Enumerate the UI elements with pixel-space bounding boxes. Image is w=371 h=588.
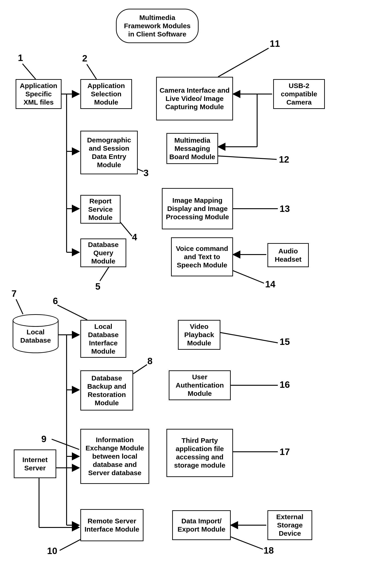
node-internet-server: Internet Server: [14, 450, 56, 478]
node-db-backup-module: Database Backup and Restoration Module: [80, 370, 133, 410]
node-app-specific-xml: Application Specific XML files: [16, 79, 62, 109]
node-app-selection-module: Application Selection Module: [80, 79, 132, 109]
svg-line-22: [100, 265, 110, 281]
ref-10: 10: [47, 546, 57, 556]
ref-15: 15: [280, 337, 290, 347]
node-info-exchange-module: Information Exchange Module between loca…: [80, 429, 149, 484]
svg-line-35: [227, 536, 263, 549]
node-report-service-module: Report Service Module: [80, 195, 120, 224]
ref-9: 9: [41, 434, 46, 444]
svg-line-32: [220, 333, 278, 343]
ref-14: 14: [265, 279, 275, 289]
node-image-mapping-module: Image Mapping Display and Image Processi…: [162, 188, 233, 229]
svg-line-26: [52, 439, 79, 450]
node-demographic-module: Demographic and Session Data Entry Modul…: [80, 131, 138, 174]
ref-3: 3: [143, 168, 149, 178]
node-multimedia-msg-module: Multimedia Messaging Board Module: [166, 133, 218, 164]
node-audio-headset: Audio Headset: [267, 243, 309, 267]
ref-5: 5: [95, 281, 100, 292]
node-user-auth-module: User Authentication Module: [169, 370, 231, 400]
ref-8: 8: [147, 356, 153, 366]
ref-6: 6: [53, 296, 58, 306]
node-third-party-module: Third Party application file accessing a…: [166, 429, 233, 477]
svg-line-19: [87, 64, 97, 79]
node-external-storage: External Storage Device: [267, 510, 312, 540]
ref-12: 12: [279, 154, 289, 165]
svg-line-18: [22, 64, 36, 79]
svg-line-21: [120, 222, 132, 236]
node-camera-interface-module: Camera Interface and Live Video/ Image C…: [156, 77, 233, 120]
node-voice-command-module: Voice command and Text to Speech Module: [171, 237, 233, 276]
node-remote-server-module: Remote Server Interface Module: [80, 509, 143, 541]
ref-7: 7: [11, 288, 17, 299]
ref-13: 13: [280, 204, 290, 214]
ref-18: 18: [263, 545, 274, 556]
node-video-playback-module: Video Playback Module: [178, 320, 220, 350]
node-local-db-interface-module: Local Database Interface Module: [80, 320, 126, 358]
diagram-title: Multimedia Framework Modules in Client S…: [116, 9, 199, 43]
svg-line-27: [60, 539, 81, 550]
node-usb-camera: USB-2 compatible Camera: [273, 79, 325, 109]
node-local-database: Local Database: [13, 314, 59, 353]
ref-16: 16: [280, 379, 290, 390]
node-local-database-label: Local Database: [13, 328, 59, 345]
node-db-query-module: Database Query Module: [80, 239, 126, 267]
node-data-import-export-module: Data Import/ Export Module: [172, 510, 231, 540]
ref-1: 1: [18, 53, 23, 63]
svg-line-24: [16, 299, 23, 314]
svg-line-23: [57, 305, 87, 320]
svg-line-25: [133, 365, 147, 374]
ref-2: 2: [82, 53, 87, 63]
svg-line-28: [218, 48, 269, 77]
ref-17: 17: [280, 447, 290, 457]
svg-line-29: [218, 156, 277, 159]
ref-4: 4: [132, 232, 137, 242]
ref-11: 11: [270, 39, 280, 49]
